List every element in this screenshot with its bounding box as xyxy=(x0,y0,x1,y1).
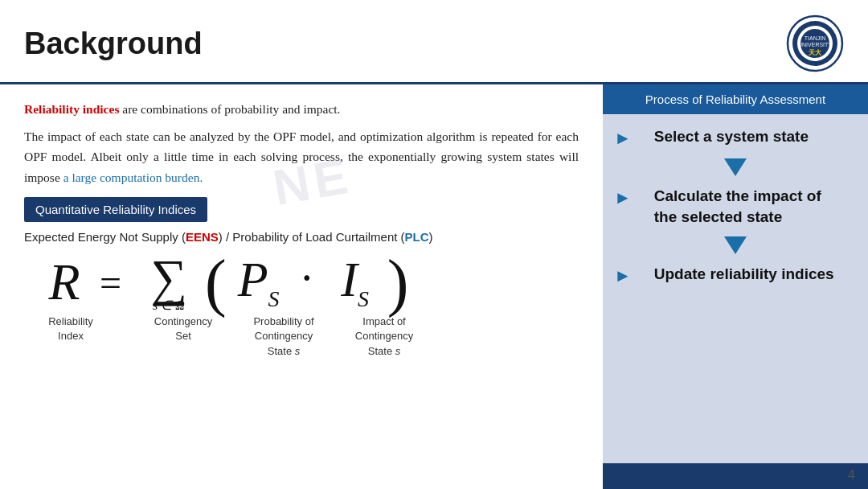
large-computation-keyword: a large computation burden. xyxy=(63,171,203,184)
main-content: NE Reliability indices are combinations … xyxy=(0,84,868,489)
eens-keyword: EENS xyxy=(186,230,219,244)
arrow-down-1 xyxy=(724,158,747,176)
eens-line-start: Expected Energy Not Supply ( xyxy=(24,230,186,244)
eens-line-mid: ) / Probability of Load Curtailment ( xyxy=(219,230,405,244)
formula-is-block: IS xyxy=(323,254,387,310)
step2-label: Calculate the impact of the selected sta… xyxy=(638,186,857,227)
svg-text:UNIVERSITY: UNIVERSITY xyxy=(798,42,832,47)
paragraph-1: Reliability indices are combinations of … xyxy=(24,99,579,120)
step1-container: ► Select a system state xyxy=(603,126,868,149)
step3-label: Update reliability indices xyxy=(638,264,857,285)
label-impact: Impact ofContingencyState s xyxy=(348,314,420,359)
plc-keyword: PLC xyxy=(405,230,429,244)
formula: R = ∑ s ∈ Ω ( PS · IS ) xyxy=(40,250,579,314)
formula-sigma-sub: s ∈ Ω xyxy=(153,298,185,313)
svg-text:天大: 天大 xyxy=(808,49,822,56)
text-block: Reliability indices are combinations of … xyxy=(24,99,579,187)
page-title: Background xyxy=(24,27,203,61)
step2-container: ► Calculate the impact of the selected s… xyxy=(603,186,868,227)
eens-line-end: ) xyxy=(429,230,433,244)
formula-labels-row: ReliabilityIndex ContingencySet Probabil… xyxy=(39,314,579,359)
label-probability: Probability ofContingencyState s xyxy=(244,314,324,359)
formula-R: R xyxy=(40,253,88,312)
arrow-down-2 xyxy=(724,236,747,254)
paragraph-1-rest: are combinations of probability and impa… xyxy=(119,102,340,116)
left-panel: NE Reliability indices are combinations … xyxy=(0,84,603,489)
page-number: 4 xyxy=(848,468,855,483)
right-panel: Process of Reliability Assessment ► Sele… xyxy=(603,84,868,489)
formula-I: IS xyxy=(341,254,369,310)
label-contingency: ContingencySet xyxy=(147,314,219,343)
step2-arrow: ► xyxy=(614,187,632,208)
step3-arrow: ► xyxy=(614,265,632,286)
step1-arrow: ► xyxy=(614,128,632,149)
process-header: Process of Reliability Assessment xyxy=(603,84,868,114)
label-reliability: ReliabilityIndex xyxy=(39,314,103,343)
svg-text:TIANJIN: TIANJIN xyxy=(805,35,825,41)
formula-dot: · xyxy=(291,253,323,312)
eens-line: Expected Energy Not Supply (EENS) / Prob… xyxy=(24,230,579,244)
step1-label: Select a system state xyxy=(638,126,857,147)
paragraph-2: The impact of each state can be analyzed… xyxy=(24,126,579,188)
formula-open-paren: ( xyxy=(205,250,227,314)
formula-sigma: ∑ xyxy=(150,253,187,304)
formula-sigma-block: ∑ s ∈ Ω xyxy=(133,253,205,313)
qri-label: Quantitative Reliability Indices xyxy=(24,197,207,222)
page-header: Background TIANJIN UNIVERSITY 天大 xyxy=(0,0,868,84)
formula-P: PS xyxy=(238,254,280,310)
formula-equals: = xyxy=(88,261,133,305)
bottom-bar xyxy=(603,463,868,489)
formula-ps-block: PS xyxy=(227,254,291,310)
formula-close-paren: ) xyxy=(387,250,409,314)
reliability-indices-keyword: Reliability indices xyxy=(24,102,119,116)
step3-container: ► Update reliability indices xyxy=(603,264,868,286)
university-logo: TIANJIN UNIVERSITY 天大 xyxy=(786,14,844,72)
